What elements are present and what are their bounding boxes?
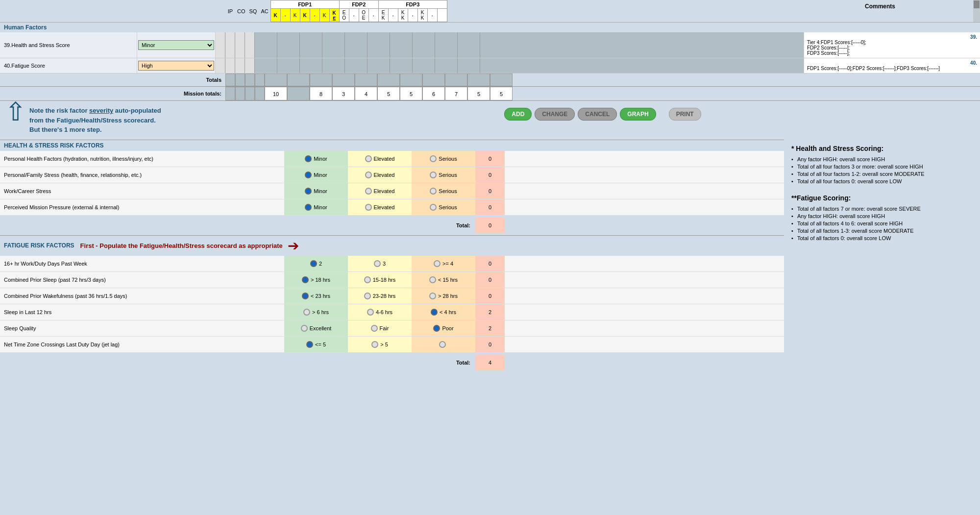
radio-fat6-yellow (371, 341, 378, 348)
add-button[interactable]: ADD (504, 108, 532, 121)
mission-val-5: 4 (355, 87, 377, 100)
fatigue-header-text: FATIGUE RISK FACTORS (4, 242, 74, 249)
grid-cell-9 (435, 32, 458, 58)
grid-cell-8 (413, 32, 435, 58)
fat-opt3-3[interactable]: > 28 hrs (412, 288, 475, 304)
grid-cell-40-5 (345, 58, 368, 73)
fdp3-e-k: EK (378, 9, 388, 22)
hs-minor-4[interactable]: Minor (284, 199, 348, 215)
fat-opt1-4[interactable]: > 6 hrs (284, 304, 348, 320)
fat-opt1-6[interactable]: <= 5 (284, 337, 348, 352)
cancel-button[interactable]: CANCEL (578, 108, 617, 121)
fat-opt2-2[interactable]: 15-18 hrs (348, 272, 412, 288)
grid-cell-10 (458, 32, 480, 58)
hs-serious-4[interactable]: Serious (412, 199, 475, 215)
hs-score-item-4: • Total of all four factors 0: overall s… (791, 178, 973, 184)
note-line4: But there's 1 more step. (29, 125, 161, 135)
hs-elevated-4[interactable]: Elevated (348, 199, 412, 215)
fat-total-label: Total: (0, 360, 475, 366)
fat-row-2: Combined Prior Sleep (past 72 hrs/3 days… (0, 272, 784, 288)
fat-opt2-5-label: Fair (380, 325, 389, 331)
fat-opt2-3[interactable]: 23-28 hrs (348, 288, 412, 304)
total-cell-5 (355, 74, 377, 86)
row-40-select[interactable]: Low Moderate High (138, 61, 214, 71)
fdp1-k2-bot: K (319, 9, 329, 22)
total-cell-3 (310, 74, 332, 86)
fdp1-dash2: - (310, 9, 319, 22)
fdp1-k1-top: K (270, 9, 280, 22)
hs-row-1: Personal Health Factors (hydration, nutr… (0, 151, 784, 167)
fat-score-3: 0 (475, 288, 505, 304)
mission-val-11: 5 (490, 87, 513, 100)
hs-elevated-2[interactable]: Elevated (348, 167, 412, 183)
row-40-dropdown-area[interactable]: Low Moderate High (137, 58, 216, 73)
radio-fat6-green (306, 341, 313, 348)
total-cell-7 (400, 74, 422, 86)
fat-opt3-2[interactable]: < 15 hrs (412, 272, 475, 288)
mission-val-6: 5 (377, 87, 400, 100)
human-factors-header: Human Factors (0, 22, 980, 32)
hs-minor-2[interactable]: Minor (284, 167, 348, 183)
fat-opt3-5-label: Poor (442, 325, 453, 331)
grid-cell-40-8 (413, 58, 435, 73)
row-40-label: 40.Fatigue Score (0, 58, 137, 73)
fdp2-dash2: - (368, 9, 378, 22)
grid-cell-5 (345, 32, 368, 58)
health-scoring-title: * Health and Stress Scoring: (791, 145, 973, 152)
total-cell-9 (445, 74, 467, 86)
hs-elevated-3[interactable]: Elevated (348, 183, 412, 199)
fat-opt3-5[interactable]: Poor (412, 320, 475, 336)
fat-opt2-1[interactable]: 3 (348, 256, 412, 271)
fat-total-row: Total: 4 (0, 353, 784, 372)
row-40: 40.Fatigue Score Low Moderate High (0, 58, 980, 74)
radio-empty-s4 (430, 204, 437, 211)
fatigue-scoring-title: **Fatigue Scoring: (791, 194, 973, 202)
grid-cell-40-4 (322, 58, 345, 73)
row-39-dropdown-area[interactable]: Minor Moderate High (137, 32, 216, 58)
total-cell-ip (225, 74, 235, 86)
grid-cell-40-6 (368, 58, 390, 73)
fat-opt1-2[interactable]: > 18 hrs (284, 272, 348, 288)
fat-opt2-6[interactable]: > 5 (348, 337, 412, 352)
fat-opt1-3[interactable]: < 23 hrs (284, 288, 348, 304)
total-cell-sq (245, 74, 255, 86)
radio-fat2-green (302, 276, 309, 283)
mission-val-8: 6 (422, 87, 445, 100)
fat-opt3-4[interactable]: < 4 hrs (412, 304, 475, 320)
fat-opt2-4[interactable]: 4-6 hrs (348, 304, 412, 320)
fatigue-scoring-block: **Fatigue Scoring: • Total of all factor… (791, 194, 973, 241)
hs-minor-3[interactable]: Minor (284, 183, 348, 199)
row-39-select[interactable]: Minor Moderate High (138, 40, 214, 50)
hs-serious-3[interactable]: Serious (412, 183, 475, 199)
scroll-thumb[interactable] (974, 0, 980, 8)
fat-opt2-5[interactable]: Fair (348, 320, 412, 336)
fat-opt1-1[interactable]: 2 (284, 256, 348, 271)
hs-minor-1[interactable]: Minor (284, 151, 348, 167)
fdp3-header: FDP3 (378, 0, 447, 9)
total-cell-co (235, 74, 245, 86)
fat-score-item-4: • Total of all factors 1-3: overall scor… (791, 228, 973, 234)
hs-score-2: 0 (475, 167, 505, 183)
hs-elevated-1[interactable]: Elevated (348, 151, 412, 167)
note-text-2: auto-populated (113, 107, 161, 114)
hs-score-item-4-text: Total of all four factors 0: overall sco… (797, 178, 902, 184)
mission-cell-co (235, 87, 245, 100)
hs-score-1: 0 (475, 151, 505, 167)
hs-serious-2[interactable]: Serious (412, 167, 475, 183)
total-cell-8 (422, 74, 445, 86)
fat-opt1-5[interactable]: Excellent (284, 320, 348, 336)
change-button[interactable]: CHANGE (535, 108, 575, 121)
hs-serious-1[interactable]: Serious (412, 151, 475, 167)
print-button[interactable]: PRINT (669, 108, 701, 121)
fat-opt3-1[interactable]: >= 4 (412, 256, 475, 271)
radio-empty-s1 (430, 155, 437, 162)
radio-filled-1 (305, 155, 312, 162)
scrollbar[interactable] (973, 0, 980, 22)
cell-ip-40 (216, 58, 225, 73)
radio-empty-4 (365, 204, 372, 211)
top-left-spacer (0, 0, 225, 22)
fat-opt3-6[interactable] (412, 337, 475, 352)
fat-opt2-2-label: 15-18 hrs (373, 277, 395, 283)
graph-button[interactable]: GRAPH (620, 108, 656, 121)
grid-cell-11 (480, 32, 503, 58)
